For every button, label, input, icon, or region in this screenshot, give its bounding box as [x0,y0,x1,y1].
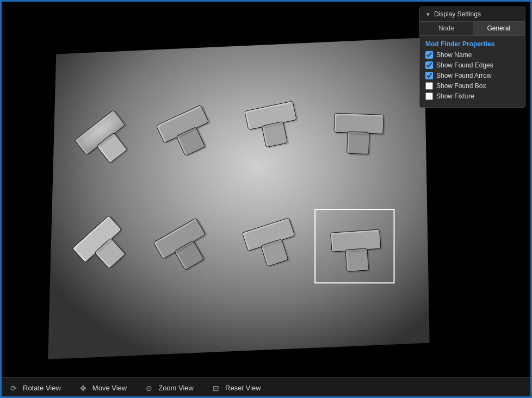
zoom-view-icon: ⊙ [144,383,154,393]
mod-finder-section-title: Mod Finder Properties [425,40,519,48]
panel-tabs: Node General [420,22,525,36]
checkbox-show-found-box-label: Show Found Box [436,82,486,90]
svg-rect-31 [332,231,382,253]
checkbox-show-name-input[interactable] [425,51,433,59]
rotate-view-icon: ⟳ [9,383,18,393]
checkbox-show-fixture-input[interactable] [425,92,433,100]
panel-content: Mod Finder Properties Show Name Show Fou… [420,36,525,107]
svg-rect-15 [336,115,385,135]
zoom-view-item[interactable]: ⊙ Zoom View [144,383,194,393]
checkbox-show-name[interactable]: Show Name [425,51,519,59]
tab-general[interactable]: General [473,22,525,35]
move-view-icon: ✥ [78,383,88,393]
checkbox-show-found-arrow[interactable]: Show Found Arrow [425,72,519,79]
panel-title-bar: ▼ Display Settings [420,7,525,22]
rotate-view-label: Rotate View [23,384,61,392]
checkbox-show-fixture-label: Show Fixture [436,92,474,100]
svg-rect-16 [349,133,371,156]
panel-title-text: Display Settings [434,10,481,18]
svg-rect-32 [347,250,370,273]
checkbox-show-name-label: Show Name [436,51,472,59]
move-view-label: Move View [92,384,127,392]
reset-view-icon: ⊡ [211,383,221,393]
surface [48,38,429,359]
checkbox-show-found-arrow-input[interactable] [425,72,433,79]
tab-node[interactable]: Node [420,22,473,35]
display-settings-panel: ▼ Display Settings Node General Mod Find… [419,7,525,108]
bottom-toolbar: ⟳ Rotate View ✥ Move View ⊙ Zoom View ⊡ … [0,377,532,398]
main-viewport: ⟳ Rotate View ✥ Move View ⊙ Zoom View ⊡ … [0,0,532,398]
checkbox-show-found-box[interactable]: Show Found Box [425,82,519,90]
checkbox-show-found-arrow-label: Show Found Arrow [436,72,491,79]
move-view-item[interactable]: ✥ Move View [78,383,127,393]
checkbox-show-found-box-input[interactable] [425,82,433,90]
checkbox-show-found-edges[interactable]: Show Found Edges [425,61,519,69]
checkbox-show-found-edges-label: Show Found Edges [436,61,493,69]
checkbox-show-found-edges-input[interactable] [425,61,433,69]
panel-collapse-icon[interactable]: ▼ [425,11,431,17]
rotate-view-item[interactable]: ⟳ Rotate View [9,383,61,393]
checkbox-show-fixture[interactable]: Show Fixture [425,92,519,100]
reset-view-label: Reset View [225,384,261,392]
svg-rect-12 [264,123,290,149]
reset-view-item[interactable]: ⊡ Reset View [211,383,261,393]
zoom-view-label: Zoom View [158,384,194,392]
